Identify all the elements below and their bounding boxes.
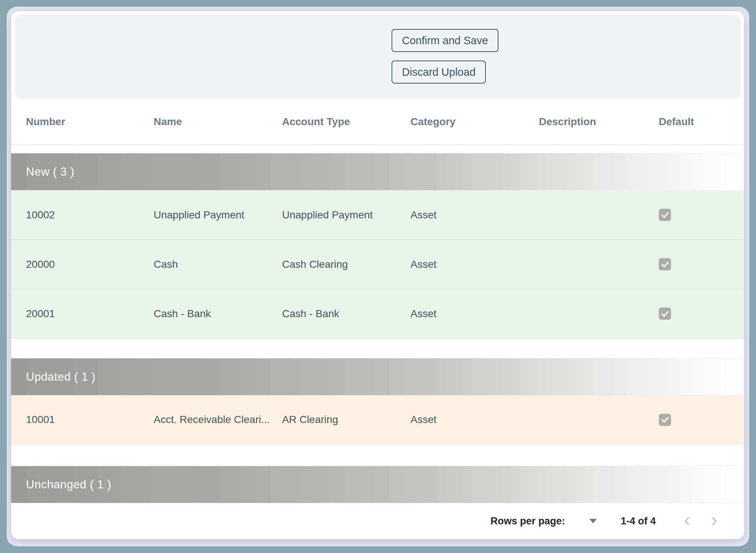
- section-header-unchanged: Unchanged ( 1 ): [11, 466, 744, 503]
- cell-category: Asset: [410, 258, 539, 270]
- check-icon: [661, 415, 670, 424]
- check-icon: [661, 309, 670, 318]
- content-card: Confirm and Save Discard Upload Number N…: [11, 11, 744, 539]
- section-label: New ( 3 ): [26, 165, 74, 179]
- cell-number: 10001: [26, 414, 154, 426]
- confirm-and-save-button[interactable]: Confirm and Save: [392, 29, 498, 52]
- cell-account-type: AR Clearing: [282, 414, 410, 426]
- rows-per-page-label: Rows per page:: [490, 515, 565, 527]
- default-checkbox[interactable]: [659, 258, 671, 270]
- pagination-range: 1-4 of 4: [621, 515, 656, 527]
- cell-category: Asset: [410, 209, 539, 221]
- cell-name: Cash - Bank: [154, 308, 282, 320]
- column-header-number: Number: [26, 116, 154, 128]
- table-spacer: [11, 445, 744, 466]
- default-checkbox[interactable]: [659, 209, 671, 221]
- rows-per-page-select[interactable]: [589, 519, 597, 523]
- table-row: 10001 Acct. Receivable Cleari... AR Clea…: [11, 396, 744, 445]
- discard-upload-button[interactable]: Discard Upload: [392, 61, 486, 84]
- table-row: 10002 Unapplied Payment Unapplied Paymen…: [11, 191, 744, 240]
- cell-name: Acct. Receivable Cleari...: [154, 414, 282, 426]
- cell-account-type: Unapplied Payment: [282, 209, 410, 221]
- accounts-table: Number Name Account Type Category Descri…: [11, 99, 744, 503]
- screen: { "actions": { "confirm_label": "Confirm…: [0, 0, 756, 553]
- section-label: Updated ( 1 ): [26, 370, 95, 384]
- check-icon: [661, 211, 670, 219]
- cell-number: 20000: [26, 258, 154, 270]
- table-row: 20001 Cash - Bank Cash - Bank Asset: [11, 289, 744, 339]
- cell-number: 10002: [26, 209, 154, 221]
- previous-page-button[interactable]: [679, 513, 696, 530]
- window-frame: Confirm and Save Discard Upload Number N…: [7, 7, 749, 546]
- action-panel: Confirm and Save Discard Upload: [15, 15, 740, 99]
- column-header-description: Description: [539, 116, 659, 128]
- pagination-bar: Rows per page: 1-4 of 4: [11, 503, 744, 539]
- table-spacer: [11, 339, 744, 358]
- default-checkbox[interactable]: [659, 414, 671, 426]
- chevron-left-icon: [681, 515, 693, 527]
- section-header-new: New ( 3 ): [11, 153, 744, 191]
- column-header-category: Category: [410, 116, 539, 128]
- cell-account-type: Cash Clearing: [282, 258, 410, 270]
- column-header-account-type: Account Type: [282, 116, 410, 128]
- cell-account-type: Cash - Bank: [282, 308, 410, 320]
- default-checkbox[interactable]: [659, 308, 671, 320]
- check-icon: [661, 260, 670, 269]
- cell-name: Cash: [154, 258, 282, 270]
- table-header-row: Number Name Account Type Category Descri…: [11, 99, 744, 145]
- cell-name: Unapplied Payment: [154, 209, 282, 221]
- cell-category: Asset: [410, 414, 539, 426]
- column-header-default: Default: [659, 116, 744, 128]
- chevron-right-icon: [708, 515, 720, 527]
- next-page-button[interactable]: [706, 513, 723, 530]
- cell-number: 20001: [26, 308, 154, 320]
- section-header-updated: Updated ( 1 ): [11, 358, 744, 396]
- section-label: Unchanged ( 1 ): [26, 478, 111, 491]
- column-header-name: Name: [154, 116, 282, 128]
- cell-category: Asset: [410, 308, 539, 320]
- table-spacer: [11, 145, 744, 153]
- table-row: 20000 Cash Cash Clearing Asset: [11, 240, 744, 289]
